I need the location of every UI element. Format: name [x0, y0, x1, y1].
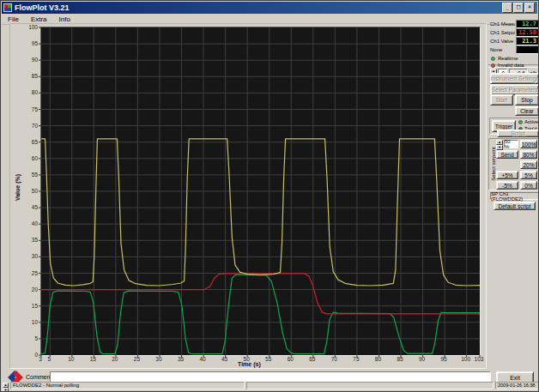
- y-tick-label: 35: [23, 237, 38, 243]
- x-tick-label: 55: [262, 356, 276, 362]
- setpoint-stepper[interactable]: ▲ ▼: [496, 140, 503, 148]
- x-tick-label: 103: [472, 356, 486, 362]
- led-icon: [491, 57, 495, 61]
- x-tick-label: 85: [393, 356, 407, 362]
- x-tick-label: 50: [239, 356, 253, 362]
- setpoint-value-field[interactable]: 50 %: [504, 140, 518, 148]
- y-tick-label: 55: [23, 172, 38, 178]
- series-ch1-valve-out: [41, 139, 480, 286]
- x-tick-label: 95: [437, 356, 451, 362]
- y-tick-label: 65: [23, 139, 38, 145]
- send-button[interactable]: Send: [496, 150, 518, 159]
- instrument-settings-button[interactable]: Instrument Settings: [490, 73, 539, 84]
- sp-channel-label: SP Ch1 (FLOWDDE2): [490, 192, 539, 200]
- menu-info[interactable]: Info: [53, 15, 76, 23]
- y-tick-label: 15: [23, 303, 38, 309]
- app-icon: [3, 3, 12, 12]
- y-tick-label: 25: [23, 270, 38, 276]
- minimize-icon[interactable]: _: [502, 3, 512, 13]
- y-tick-label: 20: [23, 286, 38, 292]
- param-value-display: 21.3: [516, 37, 539, 45]
- clear-button[interactable]: Clear: [515, 106, 539, 116]
- param-value-display: 12.7: [516, 20, 539, 28]
- y-tick-label: 50: [23, 188, 38, 194]
- x-tick-label: 45: [218, 356, 232, 362]
- flowplot-window: FlowPlot V3.21 _ □ × FileExtraInfo Value…: [0, 0, 539, 392]
- status-stepper[interactable]: ▲ ▼: [3, 383, 9, 389]
- x-tick-label: 75: [349, 356, 363, 362]
- status-message: [246, 382, 494, 389]
- param-value-display: 12.50: [516, 28, 539, 37]
- y-tick-label: 60: [23, 155, 38, 161]
- y-tick-label: 45: [23, 204, 38, 210]
- script-button[interactable]: Script: [497, 130, 539, 137]
- window-title: FlowPlot V3.21: [15, 3, 70, 12]
- statusbar: ▲ ▼ FLOWDDE2 - Normal polling 2009-01-26…: [2, 382, 537, 390]
- y-tick-label: 85: [23, 73, 38, 79]
- y-tick-label: 30: [23, 253, 38, 259]
- x-tick-label: 35: [174, 356, 188, 362]
- x-tick-label: 60: [283, 356, 297, 362]
- preset-100pct[interactable]: 100%: [520, 140, 537, 148]
- x-tick-label: 20: [108, 356, 122, 362]
- y-tick-label: 90: [23, 57, 38, 63]
- led-label: Realtime: [498, 56, 518, 61]
- y-axis-title: Value (%): [15, 168, 21, 208]
- led-icon: [491, 63, 495, 68]
- x-tick-label: 25: [130, 356, 143, 362]
- plus5-button[interactable]: +5%: [496, 171, 518, 179]
- y-tick-label: 80: [23, 89, 38, 95]
- x-tick-label: 100: [459, 356, 473, 362]
- minus5-button[interactable]: -5%: [496, 181, 518, 190]
- comment-label: Comment: [26, 374, 51, 380]
- param-label: Ch1 Measure (F: [490, 21, 515, 27]
- spin-down-icon[interactable]: ▼: [3, 388, 9, 392]
- maximize-icon[interactable]: □: [513, 3, 524, 13]
- series-ch1-setpoint: [41, 274, 480, 314]
- preset-5pct[interactable]: 5%: [520, 171, 537, 179]
- y-tick-label: 100: [23, 24, 38, 30]
- preset-0pct[interactable]: 0%: [520, 181, 537, 190]
- stop-button[interactable]: Stop: [515, 94, 539, 106]
- plot-area[interactable]: [40, 27, 481, 356]
- y-tick-label: 75: [23, 106, 38, 112]
- start-button[interactable]: Start: [490, 94, 513, 106]
- x-tick-label: 10: [64, 356, 78, 362]
- param-label: Ch1 Setpoint (F: [490, 30, 515, 35]
- y-tick-label: 70: [23, 123, 38, 129]
- menu-extra[interactable]: Extra: [25, 15, 53, 23]
- x-axis-title: Time (s): [238, 361, 261, 367]
- status-connection: FLOWDDE2 - Normal polling: [10, 382, 245, 389]
- x-tick-label: 15: [86, 356, 100, 362]
- x-tick-label: 5: [42, 356, 56, 362]
- x-tick-label: 30: [152, 356, 166, 362]
- led-label: Invalid data: [498, 63, 524, 68]
- y-tick-label: 95: [23, 40, 38, 46]
- y-tick-label: 10: [23, 319, 38, 325]
- y-tick-label: 40: [23, 220, 38, 226]
- x-tick-label: 40: [196, 356, 209, 362]
- x-tick-label: 90: [415, 356, 429, 362]
- trigger-led-label: Active: [524, 119, 538, 124]
- status-datetime: 2009-01-26 16:38: [495, 382, 539, 389]
- param-label: None: [490, 47, 515, 52]
- x-tick-label: 80: [371, 356, 385, 362]
- preset-20pct[interactable]: 20%: [520, 160, 537, 169]
- param-value-display: [516, 45, 539, 54]
- led-icon: [518, 120, 523, 124]
- default-script-button[interactable]: Default script: [494, 202, 536, 210]
- preset-80pct[interactable]: 80%: [520, 150, 537, 159]
- close-icon[interactable]: ×: [524, 3, 535, 13]
- x-tick-label: 70: [327, 356, 341, 362]
- titlebar: FlowPlot V3.21 _ □ ×: [2, 2, 537, 14]
- y-tick-label: 5: [23, 335, 38, 341]
- x-tick-label: 65: [306, 356, 319, 362]
- menu-file[interactable]: File: [2, 15, 25, 23]
- param-label: Ch1 Valve out (F: [490, 39, 515, 44]
